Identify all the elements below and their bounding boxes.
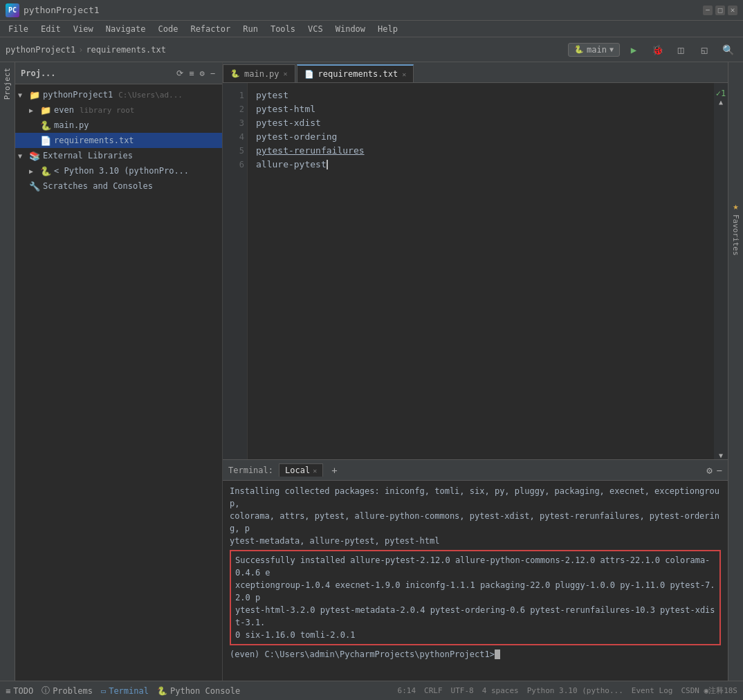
maximize-button[interactable]: □ <box>715 6 725 15</box>
terminal-toolbar-icons: ⚙ − <box>706 465 722 476</box>
py-file-icon: 🐍 <box>40 120 51 131</box>
status-problems[interactable]: ⓘ Problems <box>42 685 93 697</box>
menu-tools[interactable]: Tools <box>265 23 301 35</box>
tab-req-label: requirements.txt <box>318 69 398 79</box>
tree-label-python310: < Python 3.10 (pythonPro... <box>54 166 189 176</box>
line-num-4: 4 <box>226 130 244 144</box>
breadcrumb: pythonProject1 › requirements.txt <box>6 45 166 55</box>
code-editor[interactable]: 1 2 3 4 5 6 pytest pytest-html pytest-xd… <box>223 83 728 459</box>
menu-file[interactable]: File <box>3 23 34 35</box>
menu-refactor[interactable]: Refactor <box>185 23 236 35</box>
event-log[interactable]: Event Log <box>632 686 673 695</box>
tab-mainpy-label: main.py <box>244 69 279 79</box>
terminal-settings-icon[interactable]: ⚙ <box>706 465 712 476</box>
close-button[interactable]: ✕ <box>728 6 737 15</box>
tab-req-close[interactable]: ✕ <box>402 71 406 78</box>
code-line-6: allure-pytest <box>256 158 706 172</box>
run-button[interactable]: ▶ <box>624 40 643 59</box>
terminal-output-3: ytest-metadata, allure-pytest, pytest-ht… <box>230 535 721 547</box>
tree-label-extlibs: External Libraries <box>43 151 133 160</box>
tree-arrow-extlibs: ▼ <box>18 152 26 160</box>
problems-icon: ⓘ <box>42 685 50 697</box>
title-bar: PC pythonProject1 − □ ✕ <box>0 0 743 21</box>
tab-mainpy[interactable]: 🐍 main.py ✕ <box>223 64 295 82</box>
debug-button[interactable]: 🐞 <box>648 40 667 59</box>
menu-run[interactable]: Run <box>237 23 264 35</box>
terminal-status-icon: ▭ <box>101 686 106 696</box>
search-button[interactable]: 🔍 <box>718 40 737 59</box>
menu-view[interactable]: View <box>68 23 99 35</box>
gutter-down-icon[interactable]: ▼ <box>719 452 723 459</box>
status-python-console[interactable]: 🐍 Python Console <box>157 686 240 696</box>
tree-item-even[interactable]: ▶ 📁 even library root <box>15 102 222 118</box>
tree-item-root[interactable]: ▼ 📁 pythonProject1 C:\Users\ad... <box>15 87 222 102</box>
terminal-label: Terminal: <box>228 466 273 475</box>
breadcrumb-project[interactable]: pythonProject1 <box>6 45 75 55</box>
line-endings[interactable]: CRLF <box>424 686 443 695</box>
terminal-add-button[interactable]: + <box>329 463 340 477</box>
coverage-button[interactable]: ◫ <box>671 40 690 59</box>
terminal-prompt: (even) C:\Users\admin\PycharmProjects\py… <box>230 648 721 661</box>
editor-right-gutter: ✓1 ▲ ▼ <box>714 83 728 459</box>
terminal-output-2: colorama, attrs, pytest, allure-python-c… <box>230 510 721 535</box>
line-num-6: 6 <box>226 158 244 172</box>
editor-and-terminal: 🐍 main.py ✕ 📄 requirements.txt ✕ 1 2 3 4 <box>223 62 728 681</box>
breadcrumb-file[interactable]: requirements.txt <box>86 45 166 55</box>
code-line-5: pytest-rerunfailures <box>256 144 706 158</box>
file-encoding[interactable]: UTF-8 <box>451 686 474 695</box>
collapse-icon[interactable]: ≡ <box>187 67 195 80</box>
run-config-selector[interactable]: 🐍 main ▼ <box>568 43 620 57</box>
folder-icon-even: 📁 <box>40 105 51 116</box>
minimize-button[interactable]: − <box>703 6 713 15</box>
cursor-position: 6:14 <box>398 686 416 695</box>
tree-item-extlibs[interactable]: ▼ 📚 External Libraries <box>15 148 222 163</box>
tab-mainpy-icon: 🐍 <box>230 69 240 78</box>
status-terminal[interactable]: ▭ Terminal <box>101 686 149 696</box>
line-numbers: 1 2 3 4 5 6 <box>223 83 248 459</box>
tab-requirements[interactable]: 📄 requirements.txt ✕ <box>297 64 414 82</box>
txt-file-icon: 📄 <box>40 136 51 146</box>
terminal-minimize-icon[interactable]: − <box>717 465 722 476</box>
terminal-status-label: Terminal <box>109 686 149 696</box>
gutter-up-icon[interactable]: ▲ <box>719 98 723 106</box>
project-sidebar-tab[interactable]: Project <box>0 62 15 681</box>
filter-icon[interactable]: ⚙ <box>199 67 206 80</box>
line-num-2: 2 <box>226 102 244 116</box>
interpreter-info[interactable]: Python 3.10 (pytho... <box>527 686 623 695</box>
line-num-1: 1 <box>226 89 244 102</box>
code-line-4: pytest-ordering <box>256 130 706 144</box>
status-todo[interactable]: ≡ TODO <box>6 686 33 696</box>
gutter-check-icon: ✓1 <box>716 89 726 98</box>
project-tree: ▼ 📁 pythonProject1 C:\Users\ad... ▶ 📁 ev… <box>15 84 222 681</box>
menu-window[interactable]: Window <box>330 23 371 35</box>
tab-mainpy-close[interactable]: ✕ <box>284 70 288 77</box>
tree-item-mainpy[interactable]: 🐍 main.py <box>15 118 222 133</box>
menu-code[interactable]: Code <box>153 23 184 35</box>
terminal-content[interactable]: Installing collected packages: iniconfg,… <box>223 481 728 681</box>
toolbar-left: pythonProject1 › requirements.txt <box>6 45 166 55</box>
indent-settings[interactable]: 4 spaces <box>482 686 519 695</box>
tree-item-python310[interactable]: ▶ 🐍 < Python 3.10 (pythonPro... <box>15 163 222 178</box>
menu-vcs[interactable]: VCS <box>302 23 329 35</box>
terminal-tab-local-label: Local <box>285 466 310 475</box>
terminal-tab-local[interactable]: Local ✕ <box>279 463 323 477</box>
menu-navigate[interactable]: Navigate <box>100 23 152 35</box>
profile-button[interactable]: ◱ <box>695 40 714 59</box>
minimize-panel-icon[interactable]: − <box>209 67 217 80</box>
scratches-icon: 🔧 <box>29 181 40 192</box>
tree-label-mainpy: main.py <box>54 120 89 130</box>
breadcrumb-sep: › <box>78 45 83 55</box>
terminal-tab-close[interactable]: ✕ <box>313 467 317 475</box>
menu-help[interactable]: Help <box>372 23 403 35</box>
tree-item-requirements[interactable]: 📄 requirements.txt <box>15 133 222 148</box>
tabs-bar: 🐍 main.py ✕ 📄 requirements.txt ✕ <box>223 62 728 83</box>
todo-label: TODO <box>13 686 33 696</box>
code-content[interactable]: pytest pytest-html pytest-xdist pytest-o… <box>248 83 714 459</box>
toolbar-right: 🐍 main ▼ ▶ 🐞 ◫ ◱ 🔍 <box>568 40 737 59</box>
line-num-5: 5 <box>226 144 244 158</box>
favorites-tab[interactable]: ★ Favorites <box>728 62 743 681</box>
sync-icon[interactable]: ⟳ <box>175 67 185 80</box>
menu-edit[interactable]: Edit <box>35 23 66 35</box>
panel-icons: ⟳ ≡ ⚙ − <box>175 67 217 80</box>
tree-item-scratches[interactable]: 🔧 Scratches and Consoles <box>15 178 222 194</box>
